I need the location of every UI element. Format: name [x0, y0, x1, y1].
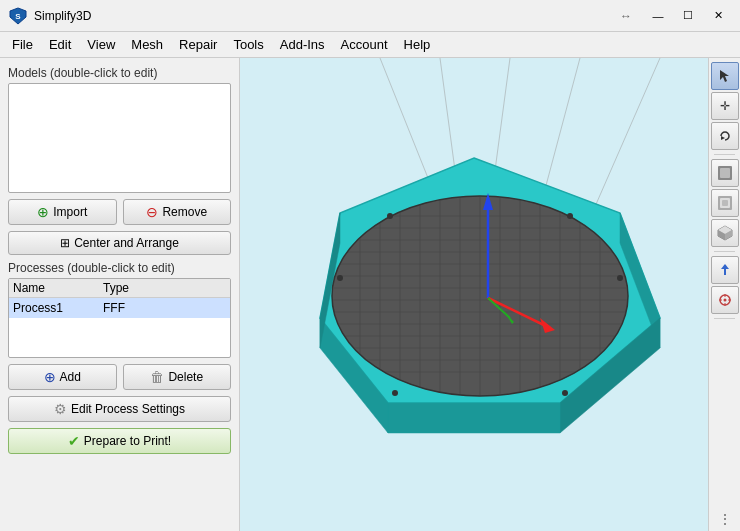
svg-point-49: [387, 213, 393, 219]
svg-point-50: [567, 213, 573, 219]
menu-view[interactable]: View: [79, 35, 123, 54]
menu-account[interactable]: Account: [333, 35, 396, 54]
add-delete-row: ⊕ Add 🗑 Delete: [8, 364, 231, 390]
svg-marker-57: [721, 136, 725, 140]
import-remove-row: ⊕ Import ⊖ Remove: [8, 199, 231, 225]
processes-list: Name Type Process1 FFF: [8, 278, 231, 358]
menu-edit[interactable]: Edit: [41, 35, 79, 54]
title-bar: S Simplify3D ↔ — ☐ ✕: [0, 0, 740, 32]
window-controls[interactable]: — ☐ ✕: [644, 6, 732, 26]
delete-label: Delete: [168, 370, 203, 384]
menu-tools[interactable]: Tools: [225, 35, 271, 54]
process1-name: Process1: [13, 301, 103, 315]
import-icon: ⊕: [37, 204, 49, 220]
toolbar-separator-3: [714, 318, 736, 319]
prepare-icon: ✔: [68, 433, 80, 449]
edit-process-icon: ⚙: [54, 401, 67, 417]
menu-addins[interactable]: Add-Ins: [272, 35, 333, 54]
center-arrange-label: Center and Arrange: [74, 236, 179, 250]
view-side-button[interactable]: [711, 189, 739, 217]
edit-process-settings-button[interactable]: ⚙ Edit Process Settings: [8, 396, 231, 422]
processes-section: Processes (double-click to edit) Name Ty…: [8, 261, 231, 358]
menu-bar: File Edit View Mesh Repair Tools Add-Ins…: [0, 32, 740, 58]
svg-rect-62: [722, 200, 728, 206]
window-title: Simplify3D: [34, 9, 620, 23]
processes-header: Name Type: [9, 279, 230, 298]
models-label: Models (double-click to edit): [8, 66, 231, 80]
svg-point-51: [617, 275, 623, 281]
col-type-header: Type: [103, 281, 226, 295]
right-toolbar: ✛: [708, 58, 740, 531]
remove-button[interactable]: ⊖ Remove: [123, 199, 232, 225]
col-name-header: Name: [13, 281, 103, 295]
toolbar-separator-1: [714, 154, 736, 155]
svg-marker-68: [721, 264, 729, 269]
add-label: Add: [60, 370, 81, 384]
app-icon: S: [8, 6, 28, 26]
tool-move-button[interactable]: ✛: [711, 92, 739, 120]
add-icon: ⊕: [44, 369, 56, 385]
center-icon: ⊞: [60, 236, 70, 250]
maximize-button[interactable]: ☐: [674, 6, 702, 26]
remove-icon: ⊖: [146, 204, 158, 220]
menu-mesh[interactable]: Mesh: [123, 35, 171, 54]
svg-rect-59: [720, 168, 730, 178]
menu-repair[interactable]: Repair: [171, 35, 225, 54]
import-label: Import: [53, 205, 87, 219]
svg-point-70: [723, 299, 726, 302]
delete-process-button[interactable]: 🗑 Delete: [123, 364, 232, 390]
svg-text:S: S: [15, 12, 21, 21]
delete-icon: 🗑: [150, 369, 164, 385]
tool-rotate-button[interactable]: [711, 122, 739, 150]
close-button[interactable]: ✕: [704, 6, 732, 26]
svg-text:✛: ✛: [720, 99, 730, 113]
svg-point-53: [392, 390, 398, 396]
3d-scene: [240, 58, 708, 531]
viewport[interactable]: [240, 58, 708, 531]
prepare-label: Prepare to Print!: [84, 434, 171, 448]
chevron-down-icon[interactable]: ⋮: [718, 511, 732, 527]
process1-type: FFF: [103, 301, 226, 315]
toolbar-separator-2: [714, 251, 736, 252]
import-button[interactable]: ⊕ Import: [8, 199, 117, 225]
tool-select-button[interactable]: [711, 62, 739, 90]
minimize-button[interactable]: —: [644, 6, 672, 26]
left-panel: Models (double-click to edit) ⊕ Import ⊖…: [0, 58, 240, 531]
center-view-button[interactable]: [711, 286, 739, 314]
svg-point-54: [562, 390, 568, 396]
view-iso-button[interactable]: [711, 219, 739, 247]
processes-label: Processes (double-click to edit): [8, 261, 231, 275]
edit-process-label: Edit Process Settings: [71, 402, 185, 416]
svg-point-52: [337, 275, 343, 281]
menu-help[interactable]: Help: [396, 35, 439, 54]
models-section: Models (double-click to edit): [8, 66, 231, 193]
add-process-button[interactable]: ⊕ Add: [8, 364, 117, 390]
svg-marker-55: [720, 70, 729, 82]
remove-label: Remove: [162, 205, 207, 219]
menu-file[interactable]: File: [4, 35, 41, 54]
prepare-to-print-button[interactable]: ✔ Prepare to Print!: [8, 428, 231, 454]
svg-marker-11: [388, 403, 560, 433]
center-arrange-button[interactable]: ⊞ Center and Arrange: [8, 231, 231, 255]
main-content: Models (double-click to edit) ⊕ Import ⊖…: [0, 58, 740, 531]
process-row-1[interactable]: Process1 FFF: [9, 298, 230, 318]
move-up-button[interactable]: [711, 256, 739, 284]
view-front-button[interactable]: [711, 159, 739, 187]
models-list: [8, 83, 231, 193]
